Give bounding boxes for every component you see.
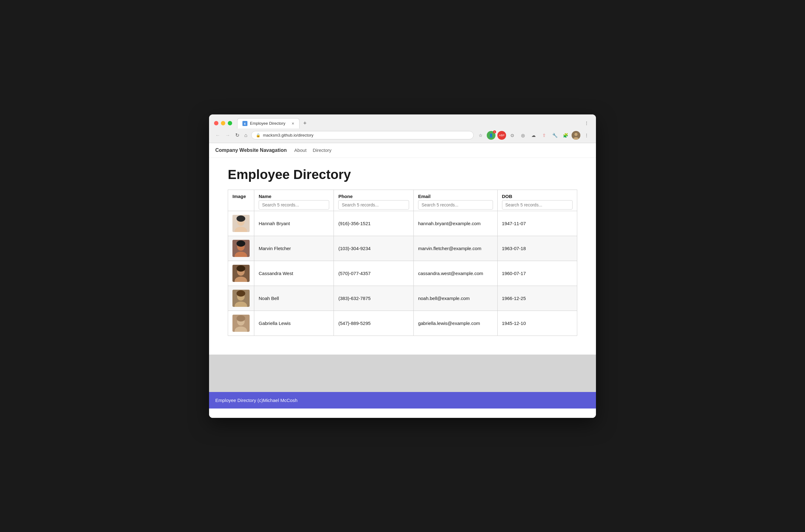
- svg-text:👤: 👤: [489, 133, 493, 137]
- address-bar[interactable]: 🔒 macksm3.github.io/directory: [251, 131, 474, 139]
- employee-email: noah.bell@example.com: [413, 286, 497, 310]
- nav-link-directory[interactable]: Directory: [313, 148, 331, 153]
- employee-email: hannah.bryant@example.com: [413, 211, 497, 236]
- employee-name: Cassandra West: [254, 261, 334, 286]
- refresh-button[interactable]: ↻: [234, 131, 241, 139]
- page-title: Employee Directory: [228, 167, 577, 182]
- employee-email: gabriella.lewis@example.com: [413, 310, 497, 336]
- bookmark-icon[interactable]: ☆: [476, 131, 485, 140]
- employee-email: cassandra.west@example.com: [413, 261, 497, 286]
- tab-bar: E Employee Directory × +: [237, 118, 580, 129]
- forward-button[interactable]: →: [224, 131, 231, 139]
- employee-dob: 1945-12-10: [497, 310, 577, 336]
- col-header-name: Name: [254, 190, 334, 211]
- main-content: Employee Directory Image Name Phone: [209, 158, 596, 355]
- svg-point-21: [237, 290, 245, 297]
- new-tab-button[interactable]: +: [301, 119, 309, 128]
- minimize-button[interactable]: [221, 121, 225, 125]
- employee-image-cell: [228, 211, 254, 236]
- col-header-email: Email: [413, 190, 497, 211]
- page-content: Company Website Navagation About Directo…: [209, 143, 596, 392]
- adblock-icon[interactable]: ABP: [497, 131, 506, 140]
- lock-icon: 🔒: [256, 133, 261, 137]
- employee-phone: (570)-077-4357: [334, 261, 413, 286]
- svg-point-17: [237, 265, 245, 272]
- table-row: Marvin Fletcher (103)-304-9234 marvin.fl…: [228, 236, 577, 261]
- employee-name: Hannah Bryant: [254, 211, 334, 236]
- employee-dob: 1966-12-25: [497, 286, 577, 310]
- active-tab[interactable]: E Employee Directory ×: [237, 118, 300, 129]
- employee-email: marvin.fletcher@example.com: [413, 236, 497, 261]
- title-bar: E Employee Directory × + ⋮: [209, 114, 596, 129]
- employee-phone: (916)-356-1521: [334, 211, 413, 236]
- table-row: Noah Bell (383)-632-7875 noah.bell@examp…: [228, 286, 577, 310]
- url-text: macksm3.github.io/directory: [263, 133, 314, 137]
- employee-phone: (383)-632-7875: [334, 286, 413, 310]
- home-button[interactable]: ⌂: [243, 131, 249, 139]
- ext-puzzle-icon[interactable]: 🧩: [561, 131, 570, 140]
- employee-avatar: [232, 315, 250, 332]
- browser-window: E Employee Directory × + ⋮ ← → ↻ ⌂ 🔒 mac…: [209, 114, 596, 418]
- employee-name: Gabriella Lewis: [254, 310, 334, 336]
- col-header-image: Image: [228, 190, 254, 211]
- dob-search-input[interactable]: [502, 200, 573, 210]
- ext-key-icon[interactable]: 🔧: [550, 131, 559, 140]
- employee-dob: 1947-11-07: [497, 211, 577, 236]
- site-nav-links: About Directory: [294, 148, 331, 153]
- footer-bottom: [209, 408, 596, 418]
- employee-avatar: [232, 265, 250, 282]
- phone-search-input[interactable]: [338, 200, 409, 210]
- menu-icon[interactable]: ⋮: [582, 131, 591, 140]
- nav-link-about[interactable]: About: [294, 148, 306, 153]
- svg-point-9: [237, 215, 245, 222]
- footer-text: Employee Directory (c)Michael McCosh: [215, 398, 297, 403]
- address-bar-row: ← → ↻ ⌂ 🔒 macksm3.github.io/directory ☆ …: [209, 129, 596, 143]
- tab-title: Employee Directory: [250, 121, 285, 126]
- close-button[interactable]: [214, 121, 219, 125]
- col-header-dob: DOB: [497, 190, 577, 211]
- footer: Employee Directory (c)Michael McCosh: [209, 392, 596, 408]
- svg-point-25: [237, 315, 245, 322]
- employee-phone: (547)-889-5295: [334, 310, 413, 336]
- user-avatar[interactable]: [572, 131, 580, 140]
- ext-target-icon[interactable]: ◎: [519, 131, 527, 140]
- name-search-input[interactable]: [259, 200, 329, 210]
- table-row: Hannah Bryant (916)-356-1521 hannah.brya…: [228, 211, 577, 236]
- employee-image-cell: [228, 286, 254, 310]
- table-row: Gabriella Lewis (547)-889-5295 gabriella…: [228, 310, 577, 336]
- browser-toolbar-icons: ⋮: [582, 119, 591, 128]
- employee-phone: (103)-304-9234: [334, 236, 413, 261]
- employee-dob: 1960-07-17: [497, 261, 577, 286]
- col-header-phone: Phone: [334, 190, 413, 211]
- employee-image-cell: [228, 310, 254, 336]
- employee-avatar: [232, 215, 250, 232]
- extensions-icon[interactable]: ⋮: [582, 119, 591, 128]
- table-header-row: Image Name Phone: [228, 190, 577, 211]
- svg-text:E: E: [244, 122, 246, 125]
- email-search-input[interactable]: [418, 200, 493, 210]
- profile-icon-1[interactable]: 1 👤: [487, 131, 495, 140]
- browser-chrome: E Employee Directory × + ⋮ ← → ↻ ⌂ 🔒 mac…: [209, 114, 596, 143]
- employee-image-cell: [228, 261, 254, 286]
- svg-point-13: [237, 241, 245, 247]
- back-button[interactable]: ←: [214, 131, 222, 139]
- employee-table: Image Name Phone: [228, 190, 577, 336]
- traffic-lights: [214, 121, 232, 125]
- maximize-button[interactable]: [228, 121, 232, 125]
- tab-favicon: E: [242, 121, 247, 126]
- employee-avatar: [232, 240, 250, 257]
- tab-close-button[interactable]: ×: [292, 121, 294, 126]
- ext-arrow-icon[interactable]: ⇧: [540, 131, 548, 140]
- ext-circle-icon[interactable]: ⊙: [508, 131, 517, 140]
- table-row: Cassandra West (570)-077-4357 cassandra.…: [228, 261, 577, 286]
- employee-name: Marvin Fletcher: [254, 236, 334, 261]
- employee-avatar: [232, 290, 250, 307]
- svg-point-5: [575, 133, 578, 136]
- employee-image-cell: [228, 236, 254, 261]
- gray-section: [209, 355, 596, 392]
- right-toolbar: ☆ 1 👤 ABP ⊙ ◎ ☁ ⇧ 🔧 🧩 ⋮: [476, 131, 591, 140]
- employee-dob: 1963-07-18: [497, 236, 577, 261]
- site-navigation: Company Website Navagation About Directo…: [209, 143, 596, 158]
- employee-name: Noah Bell: [254, 286, 334, 310]
- ext-cloud-icon[interactable]: ☁: [529, 131, 538, 140]
